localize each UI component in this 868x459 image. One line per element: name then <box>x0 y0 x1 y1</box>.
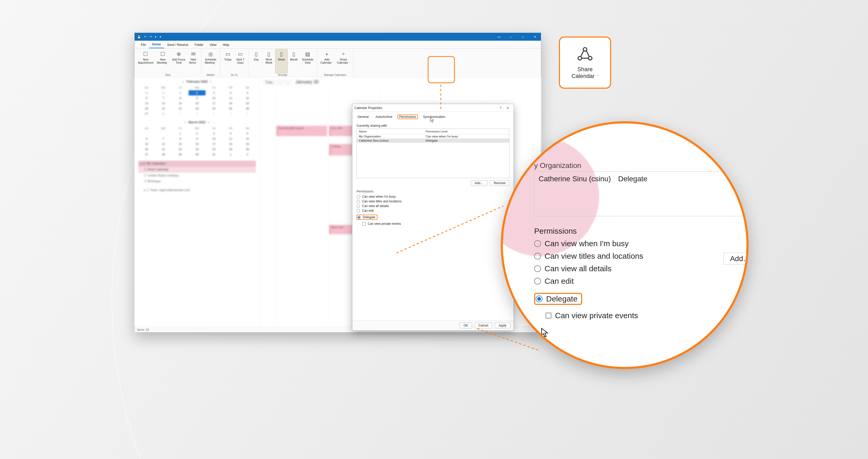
calendar-day[interactable]: 20 <box>138 147 155 152</box>
calendar-day[interactable]: 4 <box>222 131 239 136</box>
month-view[interactable]: ▯Month <box>288 49 300 73</box>
zoom-perm-radio-can-edit[interactable]: Can edit <box>534 277 748 285</box>
calendar-day[interactable]: 27 <box>138 111 155 116</box>
perm-radio-can-edit[interactable]: Can edit <box>356 209 509 213</box>
qat-down2-icon[interactable]: ▾ <box>160 35 161 39</box>
calendar-day[interactable] <box>138 131 155 136</box>
calendar-day[interactable]: 8 <box>172 95 189 101</box>
calendar-day[interactable]: 1 <box>222 152 239 157</box>
calendar-day[interactable]: 12 <box>239 136 256 141</box>
redo-icon[interactable]: ↷ <box>150 35 152 39</box>
team-calendars[interactable]: ▸ ☐ Team: bgerm@example.com <box>138 187 256 193</box>
calendar-day[interactable]: 25 <box>222 147 239 152</box>
prev-month-icon[interactable]: ‹ <box>185 121 186 124</box>
menu-file[interactable]: File <box>138 41 149 48</box>
dialog-help-icon[interactable]: ? <box>497 106 504 110</box>
perm-radio-can-view-when-i-m-busy[interactable]: Can view when I'm busy <box>356 195 509 198</box>
calendar-day[interactable]: 2 <box>239 152 256 157</box>
dialog-close-icon[interactable]: ✕ <box>504 106 512 110</box>
menu-view[interactable]: View <box>207 41 220 48</box>
calendar-list-item[interactable]: ☐ Work Calendar <box>138 166 256 173</box>
calendar-day[interactable]: 12 <box>239 95 256 101</box>
add-calendar[interactable]: ＋AddCalendar ˅ <box>319 49 335 73</box>
calendar-day[interactable]: 11 <box>222 95 239 101</box>
calendar-day[interactable]: 28 <box>155 111 172 116</box>
calendar-day[interactable]: 26 <box>239 106 256 111</box>
calendar-day[interactable]: 1 <box>172 111 189 116</box>
ok-button[interactable]: OK <box>460 323 472 328</box>
calendar-day[interactable]: 18 <box>222 141 239 147</box>
calendar-day[interactable]: 1 <box>172 131 189 136</box>
private-events-checkbox[interactable]: Can view private events <box>362 222 509 225</box>
next-7-days[interactable]: ▭Next 7Days <box>234 49 247 73</box>
calendar-day[interactable]: 17 <box>206 141 222 147</box>
calendar-day[interactable]: 3 <box>206 131 222 136</box>
add-focus-time[interactable]: ⊕Add FocusTime <box>170 49 187 73</box>
menu-home[interactable]: Home <box>149 41 164 48</box>
calendar-day[interactable] <box>155 131 172 136</box>
calendar-day[interactable]: 3 <box>206 111 222 116</box>
day-view[interactable]: ▯Day <box>250 49 262 73</box>
calendar-day[interactable]: 8 <box>172 136 189 141</box>
close-button[interactable]: ✕ <box>529 33 541 41</box>
new-meeting[interactable]: ☐NewMeeting ˅ <box>155 49 170 73</box>
calendar-day[interactable]: 7 <box>155 95 172 101</box>
calendar-day[interactable]: 2 <box>189 111 205 116</box>
add-button[interactable]: Add… <box>471 180 487 186</box>
next-month-icon[interactable]: › <box>210 80 211 84</box>
calendar-day[interactable]: 15 <box>172 101 189 106</box>
minimize-button[interactable]: — <box>505 33 517 41</box>
calendar-day[interactable]: 3 <box>206 90 222 95</box>
zoom-perm-radio-can-view-all-details[interactable]: Can view all details <box>534 264 748 273</box>
zoom-perm-radio-can-view-when-i-m-busy[interactable]: Can view when I'm busy <box>534 239 748 248</box>
perm-radio-delegate[interactable]: Delegate <box>356 215 377 220</box>
calendar-day[interactable]: 7 <box>155 136 172 141</box>
calendar-day[interactable]: 5 <box>239 90 256 95</box>
today-button[interactable]: Today <box>263 80 275 85</box>
save-icon[interactable]: 💾 <box>137 35 141 39</box>
calendar-day[interactable]: 2 <box>189 90 205 95</box>
calendar-day[interactable]: 5 <box>239 111 256 116</box>
calendar-day[interactable]: 16 <box>189 101 205 106</box>
zoom-private-events-checkbox[interactable]: Can view private events <box>546 311 748 320</box>
calendar-day[interactable]: 22 <box>172 147 189 152</box>
calendar-day[interactable]: 30 <box>138 90 155 95</box>
calendar-day[interactable]: 28 <box>155 152 172 157</box>
calendar-day[interactable]: 6 <box>138 95 155 101</box>
perm-radio-can-view-titles-and-locations[interactable]: Can view titles and locations <box>356 200 509 203</box>
remove-button[interactable]: Remove <box>490 180 509 186</box>
cancel-button[interactable]: Cancel <box>475 323 492 328</box>
calendar-day[interactable]: 22 <box>172 106 189 111</box>
calendar-day[interactable]: 19 <box>239 141 256 147</box>
table-row[interactable]: My OrganizationCan view when I'm busy <box>357 134 509 139</box>
next-month-icon[interactable]: › <box>208 121 209 124</box>
calendar-day[interactable]: 24 <box>206 147 222 152</box>
tab-general[interactable]: General <box>356 115 370 119</box>
calendar-day[interactable]: 26 <box>239 147 256 152</box>
zoom-perm-radio-delegate[interactable]: Delegate <box>534 293 582 305</box>
calendar-day[interactable]: 24 <box>206 106 222 111</box>
calendar-day[interactable]: 18 <box>222 101 239 106</box>
new-appointment[interactable]: ☐NewAppointment <box>136 49 155 73</box>
share-calendar[interactable]: ⚬ShareCalendar ˅ <box>335 49 352 73</box>
ribbon-display-options[interactable]: ▭ <box>493 33 505 41</box>
calendar-day[interactable]: 16 <box>189 141 205 147</box>
calendar-day[interactable]: 9 <box>189 95 205 101</box>
calendar-day[interactable]: 27 <box>138 152 155 157</box>
calendar-day[interactable]: 10 <box>206 136 222 141</box>
calendar-day[interactable]: 4 <box>222 90 239 95</box>
sharing-list[interactable]: Name Permission Level My OrganizationCan… <box>356 129 509 178</box>
calendar-day[interactable]: 14 <box>155 101 172 106</box>
calendar-day[interactable]: 23 <box>189 106 205 111</box>
next-week-button[interactable]: › <box>285 80 291 85</box>
calendar-day[interactable]: 31 <box>206 152 222 157</box>
calendar-day[interactable]: 5 <box>239 131 256 136</box>
calendar-list-item[interactable]: ☐ Birthdays <box>138 178 256 184</box>
calendar-day[interactable]: 25 <box>222 106 239 111</box>
calendar-day[interactable]: 14 <box>155 141 172 147</box>
apply-button[interactable]: Apply <box>495 323 510 328</box>
tab-synchronization[interactable]: Synchronization <box>422 115 447 119</box>
calendar-day[interactable]: 21 <box>155 147 172 152</box>
calendar-day[interactable]: 1 <box>172 90 189 95</box>
tab-permissions[interactable]: Permissions <box>398 115 417 119</box>
